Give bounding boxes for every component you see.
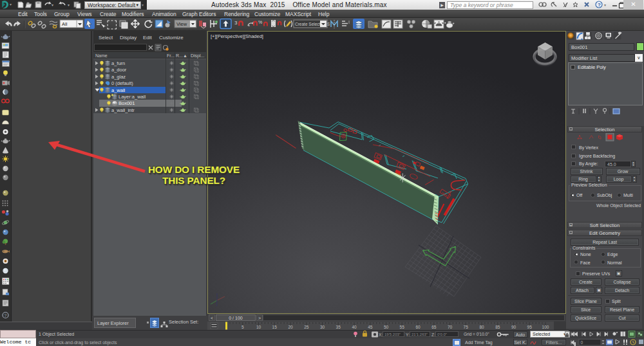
svg-text:?: ?: [4, 313, 6, 318]
svg-text:All: All: [62, 21, 68, 27]
svg-text:%: %: [258, 20, 262, 24]
svg-text:3: 3: [234, 20, 238, 26]
svg-text:90: 90: [511, 325, 516, 329]
svg-text:45: 45: [368, 325, 373, 329]
svg-text:50: 50: [384, 325, 389, 329]
svg-text:30: 30: [320, 325, 325, 329]
svg-text:55: 55: [400, 325, 405, 329]
svg-text:▾: ▾: [52, 3, 53, 7]
svg-text:▾: ▾: [604, 3, 606, 7]
svg-text:25: 25: [304, 325, 309, 329]
svg-text:35: 35: [336, 325, 341, 329]
svg-text:75: 75: [464, 325, 469, 329]
svg-text:70: 70: [448, 325, 453, 329]
svg-text:▾: ▾: [142, 3, 144, 7]
svg-text:0: 0: [581, 340, 583, 345]
svg-text:95: 95: [527, 325, 533, 329]
svg-text:▾: ▾: [68, 3, 70, 7]
svg-text:?: ?: [598, 2, 601, 8]
svg-text:85: 85: [495, 325, 500, 329]
svg-text:100: 100: [542, 325, 549, 329]
svg-text:20: 20: [288, 325, 293, 329]
svg-text:60: 60: [415, 325, 421, 329]
svg-text:View: View: [176, 21, 187, 27]
svg-text:40: 40: [352, 325, 357, 329]
svg-text:65: 65: [431, 325, 437, 329]
svg-text:5: 5: [242, 325, 244, 329]
svg-text:▾: ▾: [10, 3, 12, 6]
svg-text:15: 15: [272, 325, 278, 329]
svg-text:10: 10: [256, 325, 261, 329]
svg-text:80: 80: [479, 325, 484, 329]
